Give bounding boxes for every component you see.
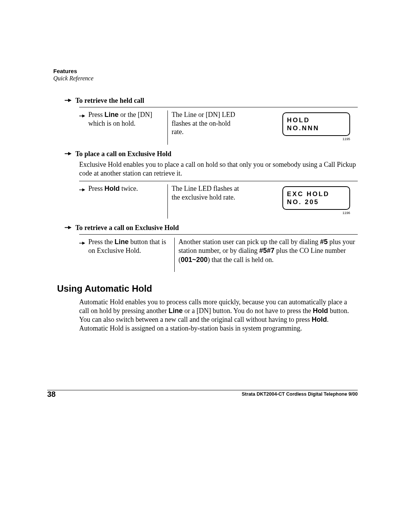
svg-marker-1: [79, 115, 85, 118]
section-paragraph: Automatic Hold enables you to process ca…: [79, 298, 358, 333]
svg-marker-2: [65, 152, 72, 155]
text: Press: [88, 185, 105, 192]
dial-code: #5: [320, 238, 328, 246]
divider: [79, 181, 358, 181]
arrow-right-icon: [65, 225, 72, 232]
step-action: Press Hold twice.: [79, 184, 167, 219]
step-row: Press the Line button that is on Exclusi…: [79, 238, 358, 272]
lcd-line1: HOLD: [287, 116, 346, 124]
heading-text: To place a call on Exclusive Hold: [75, 150, 171, 158]
arrow-right-icon: [79, 239, 85, 272]
lcd-line1: EXC HOLD: [287, 190, 346, 198]
procedure-heading: To retrieve the held call: [53, 97, 358, 105]
header-subsection: Quick Reference: [53, 75, 94, 82]
key-name: Line: [169, 307, 183, 315]
manual-page: Features Quick Reference To retrieve the…: [0, 0, 411, 532]
divider: [79, 107, 358, 107]
footer-divider: [47, 390, 358, 390]
step-action-text: Press the Line button that is on Exclusi…: [88, 238, 170, 272]
lcd-display: HOLD NO.NNN: [282, 112, 350, 136]
figure-number: 1195: [342, 137, 350, 141]
text: Another station user can pick up the cal…: [178, 238, 320, 246]
step-note: Another station user can pick up the cal…: [174, 238, 358, 272]
text: twice.: [120, 185, 138, 192]
svg-marker-0: [65, 99, 72, 102]
header-section: Features: [53, 68, 94, 74]
page-header: Features Quick Reference: [53, 68, 94, 82]
heading-text: To retrieve the held call: [75, 97, 144, 105]
step-action: Press the Line button that is on Exclusi…: [79, 238, 174, 272]
lcd-display-container: EXC HOLD NO. 205 1196: [244, 184, 358, 219]
text: or a [DN] button. You do not have to pre…: [183, 307, 313, 315]
lcd-display: EXC HOLD NO. 205: [282, 186, 350, 210]
step-row: Press Hold twice. The Line LED flashes a…: [79, 184, 358, 219]
step-action-text: Press Hold twice.: [88, 184, 138, 219]
heading-text: To retrieve a call on Exclusive Hold: [75, 224, 179, 232]
lcd-line2: NO.NNN: [287, 124, 346, 132]
lcd-display-container: HOLD NO.NNN 1195: [244, 110, 358, 145]
range: 001~200: [181, 256, 208, 264]
arrow-right-icon: [65, 97, 72, 104]
svg-marker-3: [79, 189, 85, 192]
lcd-line2: NO. 205: [287, 198, 346, 206]
svg-marker-4: [65, 226, 72, 229]
step-result: The Line or [DN] LED flashes at the on-h…: [167, 110, 244, 145]
dial-code: #5#7: [259, 247, 274, 254]
figure-number: 1196: [342, 211, 350, 215]
key-name: Hold: [105, 185, 120, 192]
text: ) that the call is held on.: [208, 256, 274, 264]
step-row: Press Line or the [DN] which is on hold.…: [79, 110, 358, 145]
arrow-right-icon: [79, 185, 85, 219]
section-heading: Using Automatic Hold: [57, 283, 358, 294]
svg-marker-5: [79, 242, 85, 245]
key-name: Line: [105, 111, 119, 118]
page-number: 38: [47, 390, 56, 399]
text: Press the: [88, 238, 115, 246]
key-name: Hold: [312, 316, 327, 323]
intro-paragraph: Exclusive Hold enables you to place a ca…: [79, 160, 358, 178]
arrow-right-icon: [65, 151, 72, 158]
page-content: To retrieve the held call Press Line or …: [53, 91, 358, 336]
key-name: Line: [115, 238, 129, 246]
footer-title: Strata DKT2004-CT Cordless Digital Telep…: [242, 391, 358, 397]
text: Press: [88, 111, 105, 118]
procedure-heading: To retrieve a call on Exclusive Hold: [53, 224, 358, 232]
procedure-heading: To place a call on Exclusive Hold: [53, 150, 358, 158]
step-action: Press Line or the [DN] which is on hold.: [79, 110, 167, 145]
arrow-right-icon: [79, 112, 85, 145]
step-result: The Line LED flashes at the exclusive ho…: [167, 184, 244, 219]
divider: [79, 234, 358, 235]
step-action-text: Press Line or the [DN] which is on hold.: [88, 110, 163, 145]
key-name: Hold: [313, 307, 328, 315]
